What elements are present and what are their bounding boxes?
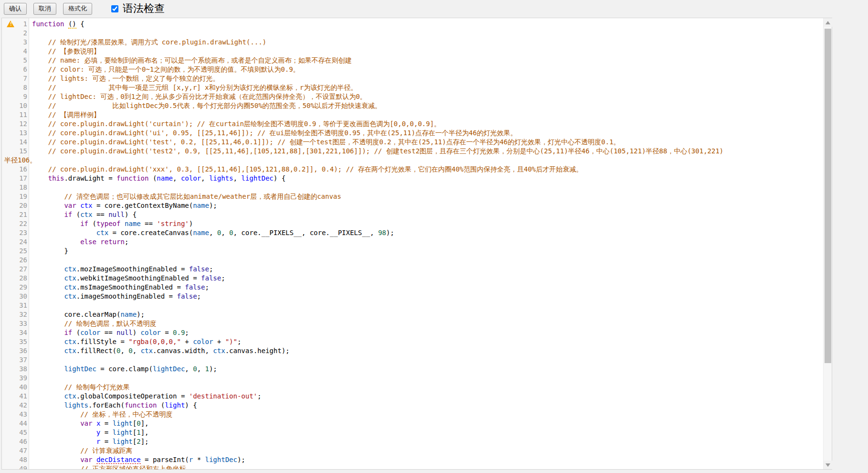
code-line[interactable]: 25 } bbox=[2, 247, 823, 256]
code-line[interactable]: 41 ctx.globalCompositeOperation = 'desti… bbox=[2, 392, 823, 401]
code-line[interactable]: 27 ctx.mozImageSmoothingEnabled = false; bbox=[2, 265, 823, 274]
code-text bbox=[2, 355, 823, 365]
code-line[interactable]: 23 ctx = core.createCanvas(name, 0, 0, c… bbox=[2, 228, 823, 237]
code-line[interactable]: 32 core.clearMap(name); bbox=[2, 310, 823, 319]
code-text: this.drawLight = function (name, color, … bbox=[2, 174, 823, 183]
code-line[interactable]: 6 // color: 可选，只能是一个0~1之间的数，为不透明度的值。不填则默… bbox=[2, 65, 823, 74]
line-number: 19 bbox=[2, 192, 27, 201]
line-number: 27 bbox=[2, 265, 27, 274]
code-line[interactable]: 24 else return; bbox=[2, 237, 823, 247]
code-line[interactable]: 14 // core.plugin.drawLight('test', 0.2,… bbox=[2, 138, 823, 147]
code-text: ctx.webkitImageSmoothingEnabled = false; bbox=[2, 274, 823, 283]
code-line[interactable]: 48 var decDistance = parseInt(r * lightD… bbox=[2, 455, 823, 464]
code-text: // lightDec: 可选，0到1之间，光从多少百分比才开始衰减（在此范围内… bbox=[2, 92, 823, 101]
code-line[interactable]: 42 lights.forEach(function (light) { bbox=[2, 401, 823, 410]
code-line[interactable]: 39 bbox=[2, 374, 823, 383]
code-line[interactable]: 8 // 其中每一项是三元组 [x,y,r] x和y分别为该灯光的横纵坐标，r为… bbox=[2, 83, 823, 92]
code-line[interactable]: 35 ctx.fillStyle = "rgba(0,0,0," + color… bbox=[2, 337, 823, 346]
code-line[interactable]: 2 bbox=[2, 29, 823, 38]
code-text: // core.plugin.drawLight('curtain'); // … bbox=[2, 119, 823, 129]
code-line[interactable]: 49 // 正方形区域的直径和左上角坐标 bbox=[2, 464, 823, 469]
code-line[interactable]: 3 // 绘制灯光/漆黑层效果。调用方式 core.plugin.drawLig… bbox=[2, 38, 823, 47]
code-line[interactable]: 1function () { bbox=[2, 20, 823, 29]
code-line-wrapped[interactable]: 半径106。 bbox=[2, 156, 823, 165]
code-line[interactable]: 33 // 绘制色调层，默认不透明度 bbox=[2, 319, 823, 328]
scrollbar-thumb[interactable] bbox=[825, 29, 831, 363]
code-line[interactable]: 30 ctx.imageSmoothingEnabled = false; bbox=[2, 292, 823, 301]
code-line[interactable]: 46 r = light[2]; bbox=[2, 437, 823, 446]
scroll-down-arrow-icon[interactable] bbox=[824, 461, 832, 469]
line-number: 26 bbox=[2, 256, 27, 265]
code-line[interactable]: 7 // lights: 可选，一个数组，定义了每个独立的灯光。 bbox=[2, 74, 823, 83]
code-line[interactable]: 21 if (ctx == null) { bbox=[2, 210, 823, 219]
code-line[interactable]: 20 var ctx = core.getContextByName(name)… bbox=[2, 201, 823, 210]
code-line[interactable]: 31 bbox=[2, 301, 823, 310]
line-number: 28 bbox=[2, 274, 27, 283]
cancel-button[interactable]: 取消 bbox=[33, 3, 56, 15]
code-text: if (color == null) color = 0.9; bbox=[2, 328, 823, 337]
code-line[interactable]: 11 // 【调用样例】 bbox=[2, 110, 823, 119]
code-line[interactable]: 13 // core.plugin.drawLight('ui', 0.95, … bbox=[2, 129, 823, 138]
line-number: 37 bbox=[2, 355, 27, 365]
code-line[interactable]: 22 if (typeof name == 'string') bbox=[2, 219, 823, 228]
code-text bbox=[2, 183, 823, 192]
code-text: ctx.fillStyle = "rgba(0,0,0," + color + … bbox=[2, 337, 823, 346]
line-number: 4 bbox=[2, 47, 27, 56]
confirm-button[interactable]: 确认 bbox=[4, 3, 27, 15]
syntax-check-checkbox[interactable] bbox=[111, 5, 118, 12]
code-text: var ctx = core.getContextByName(name); bbox=[2, 201, 823, 210]
code-line[interactable]: 9 // lightDec: 可选，0到1之间，光从多少百分比才开始衰减（在此范… bbox=[2, 92, 823, 101]
code-text: if (ctx == null) { bbox=[2, 210, 823, 219]
code-text: // 计算衰减距离 bbox=[2, 446, 823, 455]
code-editor[interactable]: 1function () {2 3 // 绘制灯光/漆黑层效果。调用方式 cor… bbox=[1, 18, 832, 470]
code-line[interactable]: 17 this.drawLight = function (name, colo… bbox=[2, 174, 823, 183]
line-number: 23 bbox=[2, 228, 27, 237]
editor-scroll-area[interactable]: 1function () {2 3 // 绘制灯光/漆黑层效果。调用方式 cor… bbox=[2, 18, 823, 469]
code-line[interactable]: 38 lightDec = core.clamp(lightDec, 0, 1)… bbox=[2, 365, 823, 374]
code-text: lightDec = core.clamp(lightDec, 0, 1); bbox=[2, 365, 823, 374]
code-line[interactable]: 15 // core.plugin.drawLight('test2', 0.9… bbox=[2, 147, 823, 156]
code-text: // color: 可选，只能是一个0~1之间的数，为不透明度的值。不填则默认为… bbox=[2, 65, 823, 74]
code-text: // core.plugin.drawLight('test', 0.2, [[… bbox=[2, 138, 823, 147]
line-number: 10 bbox=[2, 101, 27, 110]
code-line[interactable]: 34 if (color == null) color = 0.9; bbox=[2, 328, 823, 337]
code-line[interactable]: 16 // core.plugin.drawLight('xxx', 0.3, … bbox=[2, 165, 823, 174]
format-button[interactable]: 格式化 bbox=[63, 3, 92, 15]
code-line[interactable]: 28 ctx.webkitImageSmoothingEnabled = fal… bbox=[2, 274, 823, 283]
code-line[interactable]: 40 // 绘制每个灯光效果 bbox=[2, 383, 823, 392]
code-line[interactable]: 45 y = light[1], bbox=[2, 428, 823, 437]
code-line[interactable]: 26 bbox=[2, 256, 823, 265]
line-number: 35 bbox=[2, 337, 27, 346]
code-line[interactable]: 36 ctx.fillRect(0, 0, ctx.canvas.width, … bbox=[2, 346, 823, 355]
scroll-up-arrow-icon[interactable] bbox=[824, 18, 832, 27]
line-number: 32 bbox=[2, 310, 27, 319]
line-number: 44 bbox=[2, 419, 27, 428]
code-line[interactable]: 37 bbox=[2, 355, 823, 365]
code-text: // 坐标，半径，中心不透明度 bbox=[2, 410, 823, 419]
syntax-check-label[interactable]: 语法检查 bbox=[123, 1, 165, 16]
code-line[interactable]: 44 var x = light[0], bbox=[2, 419, 823, 428]
line-number: 18 bbox=[2, 183, 27, 192]
code-line[interactable]: 29 ctx.msImageSmoothingEnabled = false; bbox=[2, 283, 823, 292]
code-line[interactable]: 10 // 比如lightDec为0.5代表，每个灯光部分内圈50%的范围全亮，… bbox=[2, 101, 823, 110]
code-line[interactable]: 47 // 计算衰减距离 bbox=[2, 446, 823, 455]
code-text: // 绘制每个灯光效果 bbox=[2, 383, 823, 392]
code-text: core.clearMap(name); bbox=[2, 310, 823, 319]
line-number: 38 bbox=[2, 365, 27, 374]
code-line[interactable]: 4 // 【参数说明】 bbox=[2, 47, 823, 56]
code-line[interactable]: 43 // 坐标，半径，中心不透明度 bbox=[2, 410, 823, 419]
vertical-scrollbar[interactable] bbox=[823, 18, 832, 469]
code-lines: 1function () {2 3 // 绘制灯光/漆黑层效果。调用方式 cor… bbox=[2, 20, 823, 469]
code-line[interactable]: 5 // name: 必填，要绘制到的画布名；可以是一个系统画布，或者是个自定义… bbox=[2, 56, 823, 65]
code-line[interactable]: 18 bbox=[2, 183, 823, 192]
code-text: 半径106。 bbox=[2, 156, 823, 165]
code-text bbox=[2, 301, 823, 310]
line-number: 17 bbox=[2, 174, 27, 183]
code-line[interactable]: 12 // core.plugin.drawLight('curtain'); … bbox=[2, 119, 823, 129]
code-text: } bbox=[2, 247, 823, 256]
code-line[interactable]: 19 // 清空色调层；也可以修改成其它层比如animate/weather层，… bbox=[2, 192, 823, 201]
line-number: 21 bbox=[2, 210, 27, 219]
line-number: 36 bbox=[2, 346, 27, 355]
line-number: 6 bbox=[2, 65, 27, 74]
line-number: 46 bbox=[2, 437, 27, 446]
